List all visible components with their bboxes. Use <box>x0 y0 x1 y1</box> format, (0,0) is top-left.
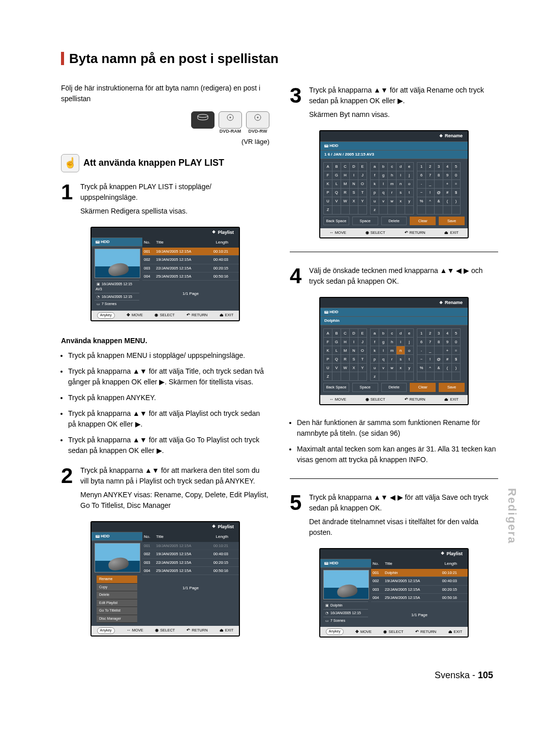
list-item: Tryck på knapparna ▲▼ för att välja Titl… <box>68 366 269 387</box>
ss5-col-no: No. <box>371 560 383 568</box>
table-row: 00322/JAN/2005 12:15A00:20:15 <box>142 559 239 567</box>
ss2-hdd: HDD <box>101 534 109 538</box>
ss4-hdd: HDD <box>329 310 338 314</box>
table-row: 00219/JAN/2005 12:15A00:40:03 <box>142 550 239 558</box>
ss5-col-len: Length <box>433 560 459 568</box>
step-3-line1: Tryck på knapparna ▲▼ för att välja Rena… <box>309 85 498 106</box>
dvdram-icon: DVD-RAM <box>219 111 242 129</box>
ss2-thumbnail <box>95 543 140 572</box>
table-row: 00219/JAN/2005 12:15A00:40:03 <box>142 256 239 264</box>
heading-text: Byta namn på en post i spellistan <box>69 51 279 66</box>
kb-clear-2: Clear <box>410 383 436 391</box>
ss2-col-no: No. <box>142 533 155 541</box>
anykey-pill: Anykey <box>97 312 115 319</box>
step-4-line1: Välj de önskade tecknen med knapparna ▲▼… <box>309 265 498 287</box>
ss3-footer: ↔MOVE ◉SELECT ↶RETURN ⏏EXIT <box>320 228 468 237</box>
media-icons-row: HDD DVD-RAM DVD-RW <box>61 111 269 136</box>
step-3-num: 3 <box>290 85 304 123</box>
finger-icon <box>61 154 79 172</box>
table-row: 00219/JAN/2005 12:15A00:40:03 <box>371 577 468 585</box>
anykey-popup: RenameCopyDeleteEdit PlaylistGo To Title… <box>97 576 137 623</box>
ss3-entry: 1 6 / JAN / 2005 12:15 AV3 <box>320 150 468 159</box>
step-2-line2: Menyn ANYKEY visas: Rename, Copy, Delete… <box>80 490 269 511</box>
ss5-col-title: Title <box>383 560 433 568</box>
ss1-info1: ▣16/JAN/2005 12:15 AV3 <box>95 280 139 293</box>
step-5: 5 Tryck på knapparna ▲▼ ◀ ▶ för att välj… <box>290 492 498 541</box>
step-5-num: 5 <box>290 492 304 541</box>
anykey-item: Delete <box>97 591 137 599</box>
section-side-tab: Redigera <box>505 488 518 544</box>
menu-bullet-list: Tryck på knappen MENU i stoppläge/ uppsp… <box>61 350 269 456</box>
ss2-col-title: Title <box>155 533 204 541</box>
table-row: 00322/JAN/2005 12:15A00:20:15 <box>142 264 239 273</box>
screenshot-playlist-1: Playlist 🖴 HDD ▣16/JAN/2005 12:15 AV3 ◔1… <box>90 227 240 321</box>
step-1-line1: Tryck på knappen PLAY LIST i stoppläge/ … <box>80 182 269 203</box>
hdd-glyph <box>197 114 209 121</box>
anykey-item: Go To Titlelist <box>97 607 137 615</box>
ss2-footer: Anykey ↔MOVE ◉SELECT ↶RETURN ⏏EXIT <box>92 626 239 636</box>
step-3-line2: Skärmen Byt namn visas. <box>309 109 498 120</box>
intro-text: Följ de här instruktionerna för att byta… <box>61 83 269 104</box>
svg-point-0 <box>198 114 208 117</box>
disc-glyph <box>225 114 235 121</box>
footer-lang: Svenska - <box>435 670 475 680</box>
footer-page: 105 <box>478 670 493 680</box>
hdd-icon: HDD <box>191 111 215 129</box>
ss1-info2: ◔16/JAN/2005 12:15 <box>95 293 139 300</box>
ss5-page: 1/1 Page <box>371 602 468 621</box>
ss-foot-return: RETURN <box>192 313 207 317</box>
step-1-line2: Skärmen Redigera spellista visas. <box>80 206 269 217</box>
ss2-page: 1/1 Page <box>142 575 239 594</box>
table-row: 00116/JAN/2005 12:15A00:10:21 <box>142 542 239 550</box>
ss-foot-move: MOVE <box>132 313 143 317</box>
after-step4-bullets: Den här funktionen är samma som funktion… <box>290 417 498 465</box>
ss1-title: Playlist <box>92 228 239 238</box>
table-row: 001Dolphin00:10:21 <box>371 569 468 577</box>
svg-point-2 <box>230 117 231 118</box>
table-row: 00425/JAN/2005 12:15A00:50:16 <box>142 567 239 575</box>
menu-subheading: Använda knappen MENU. <box>61 336 269 346</box>
ss-foot-select: SELECT <box>160 313 174 317</box>
page-heading: Byta namn på en post i spellistan <box>61 51 498 67</box>
list-item: Tryck på knappen MENU i stoppläge/ uppsp… <box>68 350 269 361</box>
ss1-hdd: HDD <box>101 239 109 244</box>
anykey-item: Disc Manager <box>97 615 137 623</box>
table-row: 00116/JAN/2005 12:15A00:10:21 <box>142 248 239 256</box>
step-1: 1 Tryck på knappen PLAY LIST i stoppläge… <box>61 182 269 220</box>
ss5-info1: ▣Dolphin <box>323 601 368 609</box>
list-item: Den här funktionen är samma som funktion… <box>297 417 498 439</box>
ss5-info3: ▭7 Scenes <box>323 617 368 624</box>
anykey-item: Rename <box>97 576 137 584</box>
step-4: 4 Välj de önskade tecknen med knapparna … <box>290 265 498 290</box>
ss1-col-len: Length <box>204 238 230 247</box>
hdd-label: HDD <box>192 120 214 142</box>
ss5-hdd: HDD <box>329 561 338 565</box>
kb-clear: Clear <box>410 217 436 225</box>
ss1-info3: ▭7 Scenes <box>95 300 139 308</box>
ss5-thumbnail <box>323 570 369 599</box>
table-row: 00425/JAN/2005 12:15A00:50:16 <box>142 273 239 281</box>
list-item: Tryck på knapparna ▲▼ för att välja Play… <box>68 408 269 430</box>
disc-glyph-2 <box>253 114 263 121</box>
ss2-col-len: Length <box>204 533 230 541</box>
svg-point-4 <box>257 117 259 118</box>
step-3: 3 Tryck på knapparna ▲▼ för att välja Re… <box>290 85 498 123</box>
separator-2 <box>290 478 498 479</box>
ss1-col-no: No. <box>142 238 155 247</box>
ss2-title: Playlist <box>92 522 239 532</box>
ss4-entry: Dolphin <box>320 317 468 325</box>
ss-foot-exit: EXIT <box>225 313 234 317</box>
kb-delete-2: Delete <box>381 383 407 391</box>
dvdrw-icon: DVD-RW <box>246 111 269 129</box>
ss5-footer: Anykey ✥MOVE ◉SELECT ↶RETURN ⏏EXIT <box>320 627 468 637</box>
table-row: 00322/JAN/2005 12:15A00:20:15 <box>371 586 468 594</box>
step-1-num: 1 <box>61 182 75 220</box>
step-2: 2 Tryck på knapparna ▲▼ för att markera … <box>61 465 269 514</box>
subheading-text: Att använda knappen PLAY LIST <box>83 157 224 167</box>
table-row: 00425/JAN/2005 12:15A00:50:16 <box>371 594 468 602</box>
list-item: Maximalt antal tecken som kan anges är 3… <box>297 444 498 465</box>
ss3-hdd: HDD <box>329 143 338 148</box>
anykey-item: Copy <box>97 584 137 592</box>
step-4-num: 4 <box>290 265 304 290</box>
kb-space: Space <box>352 217 378 225</box>
